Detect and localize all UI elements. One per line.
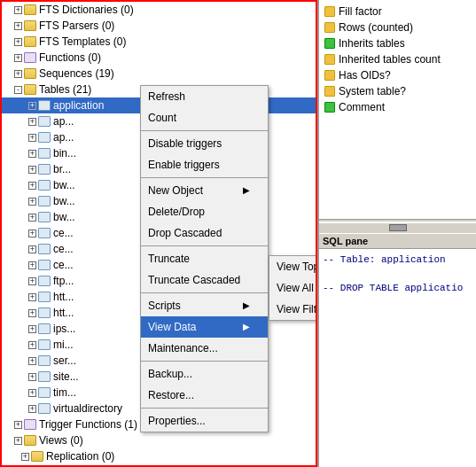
menu-item-disable-triggers[interactable]: Disable triggers bbox=[141, 133, 268, 154]
tree-item-label: site... bbox=[53, 370, 79, 384]
tree-item-fts-dicts[interactable]: + FTS Dictionaries (0) bbox=[0, 2, 317, 18]
menu-item-refresh[interactable]: Refresh bbox=[141, 86, 268, 107]
expand-icon[interactable]: + bbox=[28, 277, 36, 285]
expand-icon[interactable]: + bbox=[28, 405, 36, 413]
prop-label: Inherited tables count bbox=[339, 52, 441, 66]
table-icon bbox=[38, 132, 51, 143]
expand-icon[interactable]: - bbox=[14, 86, 22, 94]
menu-item-label: Maintenance... bbox=[148, 340, 218, 356]
submenu-arrow: ▶ bbox=[243, 183, 250, 198]
menu-item-label: Delete/Drop bbox=[148, 204, 205, 220]
submenu-item-top100[interactable]: View Top 100 Rows bbox=[269, 256, 319, 277]
expand-icon[interactable]: + bbox=[14, 421, 22, 429]
tree-item-replication[interactable]: + Replication (0) bbox=[0, 448, 317, 464]
expand-icon[interactable]: + bbox=[28, 357, 36, 365]
folder-icon bbox=[24, 84, 36, 95]
expand-icon[interactable]: + bbox=[28, 230, 36, 237]
right-panel: Fill factor Rows (counted) Inherits tabl… bbox=[319, 0, 476, 467]
tree-item-label: FTS Dictionaries (0) bbox=[39, 3, 134, 17]
menu-item-count[interactable]: Count bbox=[141, 107, 268, 128]
function-icon bbox=[24, 52, 36, 63]
folder-icon bbox=[24, 68, 36, 79]
prop-inherited-tables-count: Inherited tables count bbox=[321, 51, 474, 67]
prop-inherits-tables: Inherits tables bbox=[321, 35, 474, 51]
table-icon bbox=[38, 148, 51, 159]
prop-label: Fill factor bbox=[339, 4, 382, 19]
expand-icon[interactable]: + bbox=[14, 437, 22, 445]
menu-item-new-object[interactable]: New Object ▶ bbox=[141, 180, 268, 201]
submenu-item-label: View All Rows bbox=[277, 282, 319, 294]
expand-icon[interactable]: + bbox=[14, 54, 22, 62]
submenu-arrow: ▶ bbox=[243, 319, 250, 335]
tree-item-label: br... bbox=[53, 162, 71, 176]
sql-pane-header: SQL pane bbox=[319, 233, 476, 249]
expand-icon[interactable]: + bbox=[28, 245, 36, 253]
menu-item-label: Count bbox=[148, 110, 176, 126]
expand-icon[interactable]: + bbox=[28, 293, 36, 301]
tree-item-label: tim... bbox=[53, 385, 76, 400]
menu-item-truncate-cascaded[interactable]: Truncate Cascaded bbox=[141, 269, 268, 291]
prop-label: Comment bbox=[339, 100, 385, 114]
expand-icon[interactable]: + bbox=[28, 134, 36, 142]
expand-icon[interactable]: + bbox=[28, 182, 36, 190]
expand-icon[interactable]: + bbox=[28, 166, 36, 174]
expand-icon[interactable]: + bbox=[28, 150, 36, 158]
expand-icon[interactable]: + bbox=[14, 70, 22, 78]
menu-item-properties[interactable]: Properties... bbox=[141, 410, 268, 432]
tree-item-label: ap... bbox=[53, 114, 74, 128]
tree-item-fts-parsers[interactable]: + FTS Parsers (0) bbox=[0, 18, 317, 34]
submenu-item-label: View Filtered Rows... bbox=[277, 303, 319, 315]
menu-item-enable-triggers[interactable]: Enable triggers bbox=[141, 154, 268, 175]
tree-item-label: bw... bbox=[53, 194, 75, 208]
expand-icon[interactable]: + bbox=[28, 102, 36, 110]
left-tree-panel: + FTS Dictionaries (0) + FTS Parsers (0)… bbox=[0, 0, 319, 467]
expand-icon[interactable]: + bbox=[28, 309, 36, 317]
table-icon bbox=[38, 292, 51, 302]
expand-icon[interactable]: + bbox=[28, 198, 36, 206]
prop-label: Inherits tables bbox=[339, 36, 405, 51]
table-icon bbox=[38, 276, 51, 286]
sql-pane: -- Table: application -- DROP TABLE appl… bbox=[319, 249, 476, 468]
tree-item-fts-templates[interactable]: + FTS Templates (0) bbox=[0, 34, 317, 50]
prop-icon bbox=[324, 54, 335, 65]
menu-item-delete-drop[interactable]: Delete/Drop bbox=[141, 201, 268, 222]
expand-icon[interactable]: + bbox=[28, 261, 36, 269]
expand-icon[interactable]: + bbox=[28, 389, 36, 397]
expand-icon[interactable]: + bbox=[28, 214, 36, 222]
menu-item-view-data[interactable]: View Data ▶ bbox=[141, 316, 268, 338]
menu-item-label: Truncate Cascaded bbox=[148, 272, 240, 288]
prop-icon bbox=[324, 6, 335, 17]
menu-item-scripts[interactable]: Scripts ▶ bbox=[141, 295, 268, 316]
expand-icon[interactable]: + bbox=[14, 38, 22, 46]
expand-icon[interactable]: + bbox=[14, 6, 22, 14]
submenu-item-filtered[interactable]: View Filtered Rows... bbox=[269, 299, 319, 320]
submenu-item-allrows[interactable]: View All Rows bbox=[269, 277, 319, 299]
menu-item-label: Refresh bbox=[148, 89, 185, 105]
expand-icon[interactable]: + bbox=[28, 118, 36, 126]
menu-item-drop-cascaded[interactable]: Drop Cascaded bbox=[141, 222, 268, 244]
folder-icon bbox=[31, 451, 43, 462]
scroll-thumb[interactable] bbox=[389, 224, 407, 231]
expand-icon[interactable]: + bbox=[28, 325, 36, 333]
menu-item-truncate[interactable]: Truncate bbox=[141, 248, 268, 269]
expand-icon[interactable]: + bbox=[28, 373, 36, 381]
menu-item-restore[interactable]: Restore... bbox=[141, 385, 268, 406]
expand-icon[interactable]: + bbox=[14, 22, 22, 30]
sql-line-3: -- DROP TABLE applicatio bbox=[323, 281, 472, 295]
menu-item-label: Truncate bbox=[148, 251, 190, 267]
prop-icon bbox=[324, 70, 335, 81]
expand-icon[interactable]: + bbox=[21, 453, 29, 461]
expand-icon[interactable]: + bbox=[28, 341, 36, 349]
tree-item-views[interactable]: + Views (0) bbox=[0, 432, 317, 448]
menu-item-backup[interactable]: Backup... bbox=[141, 363, 268, 385]
tree-item-sequences[interactable]: + Sequences (19) bbox=[0, 66, 317, 82]
menu-item-maintenance[interactable]: Maintenance... bbox=[141, 338, 268, 359]
menu-item-label: Backup... bbox=[148, 366, 192, 382]
submenu-item-label: View Top 100 Rows bbox=[277, 261, 319, 273]
sql-line-1: -- Table: application bbox=[323, 253, 472, 267]
table-icon bbox=[38, 116, 51, 127]
tree-item-label: Sequences (19) bbox=[39, 66, 114, 81]
tree-item-label: bw... bbox=[53, 210, 75, 224]
table-icon bbox=[38, 244, 51, 254]
tree-item-functions[interactable]: + Functions (0) bbox=[0, 50, 317, 66]
